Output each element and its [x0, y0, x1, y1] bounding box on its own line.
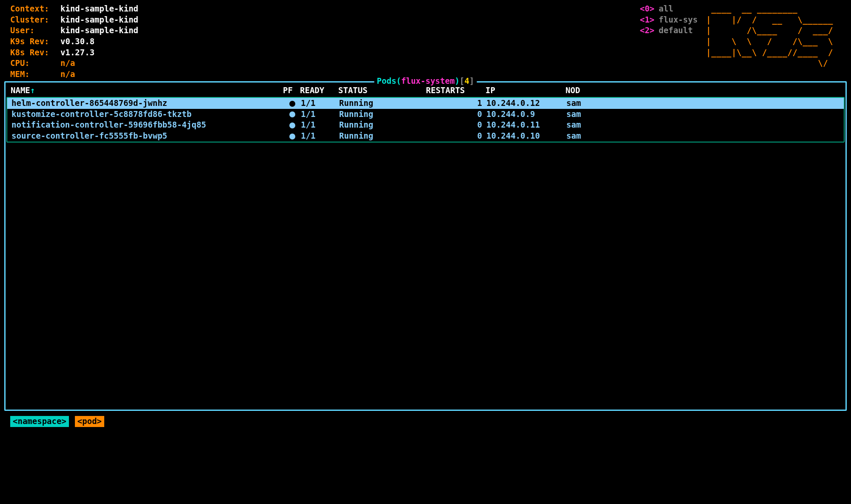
cell-node: sam — [566, 120, 592, 131]
namespace-shortcut[interactable]: <2>default — [631, 25, 698, 36]
namespace-label: default — [654, 25, 693, 36]
crumb-pod[interactable]: <pod> — [75, 416, 104, 427]
pane-title-close-paren: ) — [455, 76, 460, 87]
pods-pane-wrap: Pods(flux-system)[4] NAME↑ PF READY STAT… — [4, 81, 847, 411]
pf-dot-icon — [289, 111, 295, 117]
cell-ready: 1/1 — [301, 131, 339, 142]
cell-name: notification-controller-59696fbb58-4jq85 — [11, 120, 284, 131]
cell-pf — [284, 131, 301, 142]
namespace-shortcut[interactable]: <1>flux-sys — [631, 14, 698, 26]
cell-ip: 10.244.0.12 — [486, 98, 566, 109]
cpu-label: CPU: — [10, 58, 60, 69]
mem-row: MEM:n/a — [10, 69, 138, 80]
pane-title-rbrack: ] — [469, 76, 474, 87]
cell-ready: 1/1 — [301, 120, 339, 131]
pf-dot-icon — [289, 101, 295, 107]
cluster-row: Cluster:kind-sample-kind — [10, 14, 138, 26]
cell-restarts: 0 — [427, 131, 486, 142]
cell-status: Running — [339, 120, 427, 131]
cell-pf — [284, 120, 301, 131]
cell-restarts: 0 — [427, 120, 486, 131]
sort-arrow-icon: ↑ — [30, 85, 35, 95]
col-name[interactable]: NAME↑ — [11, 85, 283, 96]
table-header: NAME↑ PF READY STATUS RESTARTS IP NOD — [6, 85, 845, 96]
cell-node: sam — [566, 98, 592, 109]
table-row[interactable]: helm-controller-865448769d-jwnhz1/1Runni… — [7, 98, 844, 109]
col-node[interactable]: NOD — [565, 85, 591, 96]
pf-dot-icon — [289, 134, 295, 140]
k8s-rev-row: K8s Rev:v1.27.3 — [10, 47, 138, 58]
k9s-logo: ____ __ ________ | |/ / __ \______ | /\_… — [706, 3, 838, 80]
pods-pane[interactable]: Pods(flux-system)[4] NAME↑ PF READY STAT… — [4, 81, 847, 411]
table-row[interactable]: kustomize-controller-5c8878fd86-tkztb1/1… — [7, 109, 844, 120]
pane-title-count: 4 — [465, 76, 469, 87]
cell-ip: 10.244.0.11 — [486, 120, 566, 131]
cell-status: Running — [339, 131, 427, 142]
k8s-rev-value: v1.27.3 — [60, 47, 94, 58]
table-row[interactable]: notification-controller-59696fbb58-4jq85… — [7, 120, 844, 131]
k8s-rev-label: K8s Rev: — [10, 47, 60, 58]
cell-name: kustomize-controller-5c8878fd86-tkztb — [11, 109, 284, 120]
pane-title-lbrack: [ — [460, 76, 464, 87]
context-value: kind-sample-kind — [60, 3, 138, 14]
mem-label: MEM: — [10, 69, 60, 80]
namespace-key: <1> — [631, 14, 654, 26]
cell-name: helm-controller-865448769d-jwnhz — [11, 98, 284, 109]
namespace-key: <2> — [631, 25, 654, 36]
cell-restarts: 1 — [427, 98, 486, 109]
cell-ip: 10.244.0.10 — [486, 131, 566, 142]
namespace-shortcuts: <0>all<1>flux-sys<2>default ____ __ ____… — [631, 3, 847, 80]
cell-node: sam — [566, 131, 592, 142]
crumb-namespace[interactable]: <namespace> — [10, 416, 69, 427]
cell-ip: 10.244.0.9 — [486, 109, 566, 120]
context-row: Context:kind-sample-kind — [10, 3, 138, 14]
cell-status: Running — [339, 109, 427, 120]
pane-title-resource: Pods( — [377, 76, 401, 87]
pf-dot-icon — [289, 122, 295, 128]
cell-ready: 1/1 — [301, 98, 339, 109]
k9s-rev-label: K9s Rev: — [10, 36, 60, 47]
namespace-label: all — [654, 3, 673, 14]
namespace-shortcut[interactable]: <0>all — [631, 3, 698, 14]
col-ready[interactable]: READY — [300, 85, 338, 96]
cell-node: sam — [566, 109, 592, 120]
cell-pf — [284, 98, 301, 109]
cell-ready: 1/1 — [301, 109, 339, 120]
table-body: helm-controller-865448769d-jwnhz1/1Runni… — [6, 97, 845, 142]
user-value: kind-sample-kind — [60, 25, 138, 36]
cell-name: source-controller-fc5555fb-bvwp5 — [11, 131, 284, 142]
table-row[interactable]: source-controller-fc5555fb-bvwp51/1Runni… — [7, 131, 844, 142]
cpu-row: CPU:n/a — [10, 58, 138, 69]
k9s-rev-value: v0.30.8 — [60, 36, 94, 47]
namespace-key: <0> — [631, 3, 654, 14]
k9s-rev-row: K9s Rev:v0.30.8 — [10, 36, 138, 47]
col-ip[interactable]: IP — [485, 85, 565, 96]
context-label: Context: — [10, 3, 60, 14]
breadcrumb-footer: <namespace> <pod> — [4, 416, 847, 427]
pane-title-namespace: flux-system — [401, 76, 455, 87]
col-status[interactable]: STATUS — [338, 85, 426, 96]
pane-title: Pods(flux-system)[4] — [374, 76, 477, 87]
cell-restarts: 0 — [427, 109, 486, 120]
header-area: Context:kind-sample-kind Cluster:kind-sa… — [4, 3, 847, 80]
mem-value: n/a — [60, 69, 75, 80]
cpu-value: n/a — [60, 58, 75, 69]
cluster-value: kind-sample-kind — [60, 14, 138, 26]
user-label: User: — [10, 25, 60, 36]
user-row: User:kind-sample-kind — [10, 25, 138, 36]
cell-status: Running — [339, 98, 427, 109]
cluster-label: Cluster: — [10, 14, 60, 26]
cluster-info-block: Context:kind-sample-kind Cluster:kind-sa… — [4, 3, 138, 80]
col-restarts[interactable]: RESTARTS — [426, 85, 485, 96]
col-pf[interactable]: PF — [283, 85, 300, 96]
namespace-label: flux-sys — [654, 14, 698, 26]
cell-pf — [284, 109, 301, 120]
